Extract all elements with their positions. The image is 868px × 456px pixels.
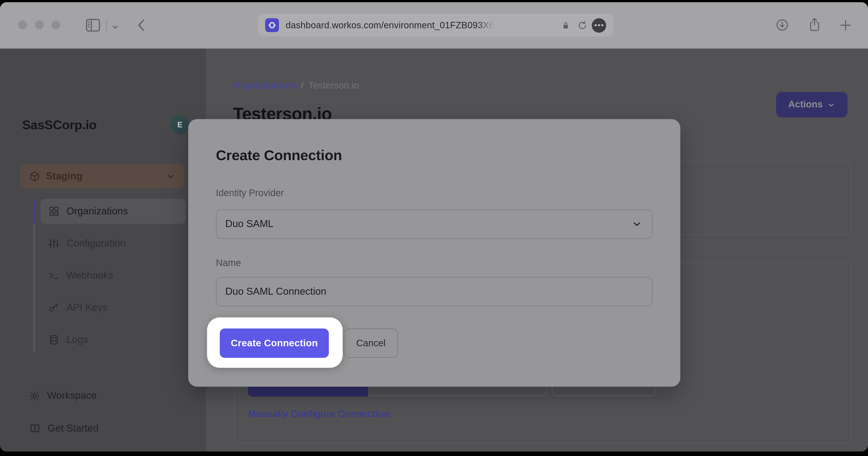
- sidebar-item-label: Webhooks: [66, 269, 113, 281]
- manually-configure-connection-link[interactable]: Manually Configure Connection: [248, 409, 390, 420]
- create-connection-modal: Create Connection Identity Provider Duo …: [188, 119, 680, 387]
- back-icon[interactable]: [136, 18, 147, 33]
- avatar[interactable]: E: [170, 115, 189, 134]
- sidebar-item-workspace[interactable]: Workspace: [24, 383, 180, 408]
- downloads-icon[interactable]: [775, 18, 789, 32]
- identity-provider-label: Identity Provider: [216, 188, 284, 199]
- lock-icon: [561, 14, 570, 36]
- modal-title: Create Connection: [216, 147, 342, 164]
- chevron-down-icon: [166, 171, 176, 181]
- sidebar: SasSCorp.io E Staging OrganizationsC: [0, 49, 206, 452]
- sidebar-item-label: Logs: [66, 334, 88, 345]
- screenshot-stage: dashboard.workos.com/environment_01FZB09…: [0, 0, 868, 456]
- toolbar-divider: [106, 20, 107, 32]
- traffic-light-close-icon[interactable]: [18, 21, 27, 29]
- share-icon[interactable]: [808, 17, 822, 33]
- sidebar-item-get-started[interactable]: Get Started: [24, 416, 180, 441]
- breadcrumb-separator: /: [301, 80, 304, 91]
- nav-active-indicator: [33, 199, 35, 224]
- sidebar-item-label: Organizations: [66, 206, 128, 217]
- breadcrumb: Organizations / Testerson.io: [233, 80, 359, 91]
- breadcrumb-organizations-link[interactable]: Organizations: [233, 80, 296, 91]
- sidebar-item-label: Get Started: [48, 423, 98, 434]
- sliders-icon: [48, 237, 60, 249]
- new-tab-icon[interactable]: [839, 18, 852, 32]
- sidebar-item-docs[interactable]: Docs: [24, 449, 180, 452]
- chevron-down-icon: [827, 101, 835, 109]
- cube-icon: [29, 170, 40, 182]
- gear-icon: [29, 390, 40, 401]
- browser-toolbar: dashboard.workos.com/environment_01FZB09…: [0, 2, 868, 49]
- create-connection-button[interactable]: Create Connection: [220, 329, 329, 358]
- sidebar-item-webhooks[interactable]: Webhooks: [40, 263, 186, 288]
- sidebar-item-label: Workspace: [47, 390, 97, 401]
- sidebar-item-organizations[interactable]: Organizations: [40, 199, 186, 224]
- sidebar-item-logs[interactable]: Logs: [40, 327, 186, 352]
- url-text: dashboard.workos.com/environment_01FZB09…: [286, 14, 494, 36]
- url-bar[interactable]: dashboard.workos.com/environment_01FZB09…: [258, 14, 613, 36]
- key-icon: [48, 302, 60, 313]
- traffic-light-zoom-icon[interactable]: [52, 21, 60, 29]
- name-input[interactable]: [216, 277, 653, 306]
- database-icon: [48, 334, 60, 345]
- identity-provider-select[interactable]: Duo SAML: [216, 209, 653, 239]
- nav-track: [33, 199, 35, 352]
- open-book-icon: [29, 423, 41, 434]
- environment-switcher[interactable]: Staging: [20, 164, 184, 189]
- cancel-button[interactable]: Cancel: [344, 329, 398, 358]
- sidebar-toggle-icon[interactable]: [85, 18, 101, 33]
- actions-button[interactable]: Actions: [776, 92, 847, 118]
- actions-label: Actions: [788, 99, 823, 110]
- breadcrumb-current: Testerson.io: [308, 80, 359, 91]
- workos-favicon-icon: [265, 18, 279, 32]
- page-settings-icon[interactable]: [592, 18, 606, 33]
- terminal-icon: [48, 269, 60, 281]
- chevron-down-icon: [631, 219, 642, 229]
- sidebar-item-label: Configuration: [66, 237, 126, 249]
- tab-chevron-down-icon[interactable]: [111, 23, 120, 31]
- sidebar-item-configuration[interactable]: Configuration: [40, 231, 186, 256]
- sidebar-item-label: API Keys: [66, 302, 107, 313]
- name-label: Name: [216, 258, 241, 269]
- environment-label: Staging: [46, 170, 83, 182]
- grid-icon: [48, 206, 60, 217]
- sidebar-item-api-keys[interactable]: API Keys: [40, 295, 186, 320]
- reload-icon[interactable]: [577, 14, 587, 36]
- identity-provider-value: Duo SAML: [225, 218, 274, 230]
- workspace-name: SasSCorp.io: [22, 117, 97, 132]
- browser-window: dashboard.workos.com/environment_01FZB09…: [0, 2, 868, 452]
- traffic-light-minimize-icon[interactable]: [35, 21, 43, 29]
